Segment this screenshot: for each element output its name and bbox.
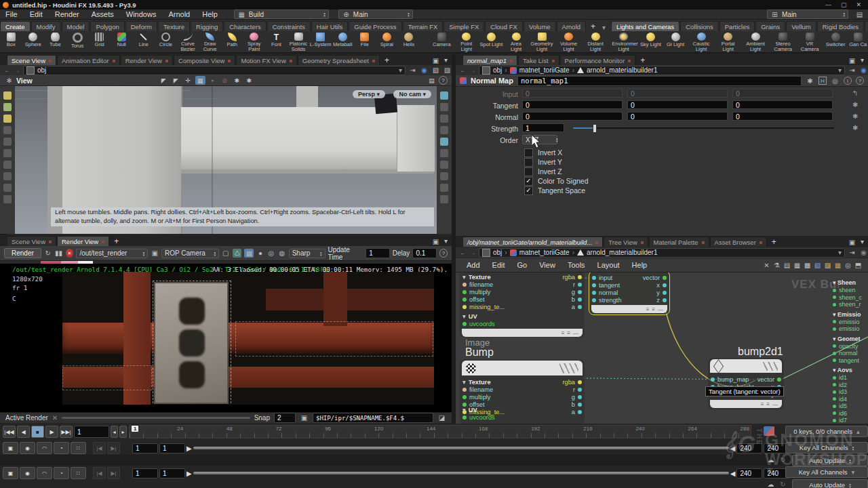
snap-field[interactable]: 2 [274, 413, 296, 423]
shelf-tool-stereo-camera[interactable]: Stereo Camera [770, 31, 797, 52]
grid-view-icon[interactable]: ▦ [793, 261, 802, 270]
params-forward-icon[interactable]: → [469, 66, 476, 74]
shelf-tab-texture[interactable]: Texture [158, 21, 190, 31]
viewport-help-icon[interactable]: ? [439, 76, 448, 85]
save-image-icon[interactable]: ▣ [151, 249, 159, 258]
shelf-tab-particles[interactable]: Particles [719, 21, 755, 31]
shelf-tool-box[interactable]: Box [0, 31, 22, 52]
box-select-icon[interactable]: ▦ [195, 76, 205, 85]
shelf-tool-font[interactable]: TFont [265, 31, 288, 52]
next-key-icon[interactable]: ▶| [107, 442, 120, 454]
shelf-tool-portal-light[interactable]: Portal Light [715, 31, 742, 52]
grid-view2-icon[interactable]: ▩ [803, 261, 812, 270]
range-substart-field-1[interactable]: 1 [159, 443, 185, 453]
shelf-tool-helix[interactable]: Helix [398, 31, 420, 52]
add-pane-tab-button-4[interactable]: + [768, 237, 781, 247]
node-name-field[interactable]: normal_map1 [517, 76, 802, 86]
shelf-tool-point-light[interactable]: Point Light [454, 31, 479, 52]
shelf-tool-gi-light[interactable]: GI Light [663, 31, 688, 52]
shelf-tool-gan-camera[interactable]: Gan Ca [848, 31, 868, 52]
shelf-tool-tube[interactable]: Tube [44, 31, 66, 52]
menu-windows[interactable]: Windows [121, 10, 162, 18]
pose-icon[interactable] [3, 184, 12, 192]
viewport-3d-scene[interactable]: Persp ▾ No cam ▾ Left mouse tumbles. Mid… [15, 86, 437, 234]
range-end-marker-1[interactable]: ◀ [730, 445, 736, 452]
select-objects-icon[interactable]: ◤ [171, 76, 181, 85]
normal-menu-icon[interactable]: ✱ [852, 113, 858, 120]
desktop-combo[interactable]: ⊞ Main ▴ ▾ [767, 9, 848, 19]
shelf-tool-caustic-light[interactable]: Caustic Light [688, 31, 715, 52]
shelf-tool-l-system[interactable]: L-System [309, 31, 332, 52]
net-menu-add[interactable]: Add [461, 261, 486, 269]
vector-out-port[interactable] [663, 276, 667, 280]
sculpt-tool-icon[interactable] [3, 103, 12, 111]
keys-summary-box[interactable]: 0 keys, 0/0 channels▴ [785, 426, 868, 437]
menu-file[interactable]: File [0, 10, 23, 18]
update-time-field[interactable]: 1 [366, 248, 390, 258]
shelf-tab-cloud-fx[interactable]: Cloud FX [485, 21, 523, 31]
snap-point-icon[interactable] [440, 103, 448, 111]
filter-combo[interactable]: Sharp▴ ▾ [289, 249, 326, 258]
playback-speed-icon[interactable]: ◔ [54, 442, 69, 454]
shelf-tool-file[interactable]: File [354, 31, 376, 52]
filename-port[interactable] [462, 283, 467, 287]
close-button[interactable]: ✕ [856, 1, 861, 8]
snapshot-gallery-icon[interactable]: ▧ [813, 261, 822, 270]
tab-asset-browser[interactable]: Asset Browser [710, 237, 767, 247]
add-pane-tab-button[interactable]: + [380, 56, 393, 65]
shelf-set-dropdown-icon[interactable]: ▾ [602, 24, 606, 31]
link-state-icon[interactable]: ◉ [420, 66, 429, 75]
rotate-icon[interactable] [3, 149, 12, 157]
scale-icon[interactable] [3, 161, 12, 169]
tangent-x-field[interactable]: 0 [522, 100, 623, 109]
shelf-tool-geometry-light[interactable]: Geometry Light [528, 31, 555, 52]
playback-speed-icon-2[interactable]: ◔ [54, 467, 69, 479]
search-icon[interactable]: ◎ [831, 77, 840, 85]
tick-settings-icon[interactable]: ∷ [71, 442, 86, 454]
shelf-tool-platonic-solids[interactable]: Platonic Solids [288, 31, 310, 52]
add-pane-tab-button-3[interactable]: + [636, 56, 649, 65]
normal-port[interactable] [592, 291, 596, 295]
net-menu-tools[interactable]: Tools [562, 261, 591, 269]
pin-icon[interactable]: ⇥ [408, 66, 417, 75]
perspective-menu[interactable]: Persp ▾ [353, 90, 385, 98]
shelf-tool-camera[interactable]: Camera [429, 31, 454, 52]
minimize-button[interactable]: — [825, 1, 831, 8]
add-pane-tab-button-2[interactable]: + [110, 237, 123, 246]
auto-update-combo-2[interactable]: Auto Update▴ ▾ [792, 479, 868, 488]
viewport-toolbar-label[interactable]: View [16, 77, 33, 85]
shelf-tab-volume[interactable]: Volume [524, 21, 556, 31]
normal-map-node-footer[interactable]: ≡≡— [591, 305, 667, 313]
tangent-port[interactable] [592, 283, 596, 287]
pane-dropdown-icon-4[interactable]: ▾ [861, 238, 864, 247]
strength-slider-track[interactable] [573, 127, 834, 129]
shelf-tab-grains[interactable]: Grains [755, 21, 785, 31]
tick-settings-icon-2[interactable]: ∷ [71, 467, 86, 479]
render-gear-icon[interactable]: ✱ [244, 76, 254, 85]
shelf-tab-hair-utils[interactable]: Hair Utils [311, 21, 349, 31]
params-help-icon[interactable]: ? [856, 77, 864, 85]
snap-gear-icon[interactable]: ✱ [232, 76, 242, 85]
params-path-dropdown-icon[interactable]: ▾ [838, 66, 842, 74]
shelf-tab-vellum[interactable]: Vellum [786, 21, 816, 31]
shelf-tool-environment-light[interactable]: Environment Light [609, 31, 638, 52]
range-end-marker-2[interactable]: ◀ [730, 470, 736, 477]
shelf-tool-sky-light[interactable]: Sky Light [638, 31, 663, 52]
shelf-tab-lights-cameras[interactable]: Lights and Cameras [611, 21, 679, 31]
normal-map-node[interactable]: inputvector tangentx normaly strengthz ≡… [589, 272, 670, 315]
tab-geometry-spreadsheet[interactable]: Geometry Spreadsheet [298, 55, 380, 65]
realtime-toggle-icon-2[interactable]: ◉ [20, 467, 35, 479]
region-render-icon[interactable]: ▢ [222, 249, 230, 258]
menu-assets[interactable]: Assets [86, 10, 119, 18]
strength-port[interactable] [592, 298, 596, 302]
tab-material-palette[interactable]: Material Palette [649, 237, 709, 247]
net-menu-help[interactable]: Help [627, 261, 653, 269]
shelf-tool-spray-paint[interactable]: Spray Paint [243, 31, 266, 52]
snapshot-cube-icon[interactable]: ▧ [431, 66, 440, 75]
params-back-icon[interactable]: ← [460, 66, 467, 74]
move-tool-icon[interactable]: ✛ [183, 76, 193, 85]
network-canvas[interactable]: VEX Build ▾Texturergba filenamer multipl… [456, 272, 868, 424]
prev-key-icon-2[interactable]: |◀ [93, 467, 106, 479]
shelf-tab-rigging[interactable]: Rigging [191, 21, 223, 31]
net-path-dropdown-icon[interactable]: ▾ [838, 249, 842, 256]
